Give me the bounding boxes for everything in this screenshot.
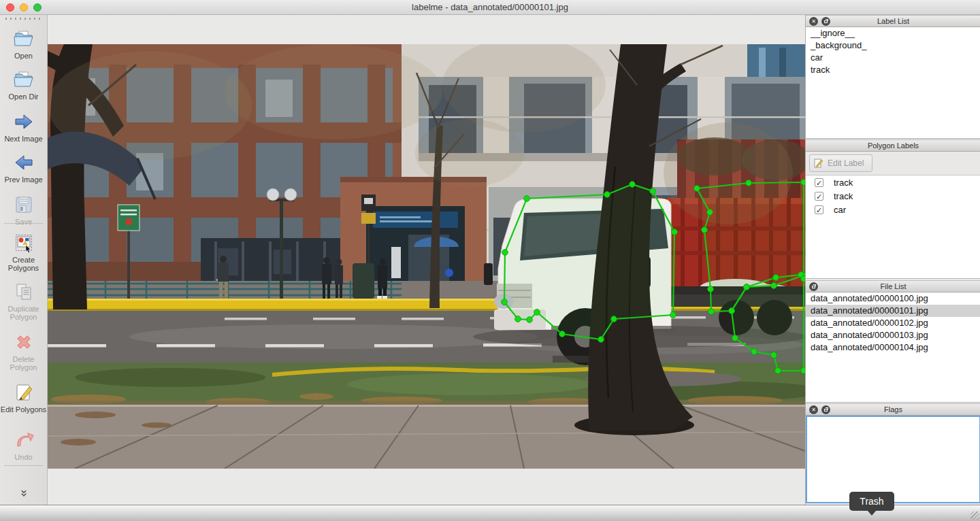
resize-grip[interactable] bbox=[970, 511, 979, 520]
open-dir-label: Open Dir bbox=[0, 93, 47, 101]
checkbox-checked-icon[interactable]: ✓ bbox=[815, 192, 823, 201]
trash-tooltip: Trash bbox=[849, 492, 894, 511]
duplicate-polygon-button[interactable]: Duplicate Polygon bbox=[0, 280, 47, 321]
foreground-sidewalk bbox=[48, 405, 805, 469]
labelme-window: labelme - data_annotated/00000101.jpg Op… bbox=[0, 0, 980, 521]
open-dir-folder-icon bbox=[12, 68, 35, 91]
delete-polygon-button[interactable]: Delete Polygon bbox=[0, 331, 47, 371]
undo-label: Undo bbox=[0, 453, 47, 461]
toolbar-overflow-button[interactable] bbox=[0, 487, 47, 503]
trash-bin bbox=[353, 263, 374, 299]
file-list: data_annotated/00000100.jpg data_annotat… bbox=[806, 292, 980, 403]
float-icon[interactable] bbox=[821, 405, 830, 414]
open-dir-button[interactable]: Open Dir bbox=[0, 68, 47, 101]
list-item[interactable]: __ignore__ bbox=[806, 27, 980, 39]
file-item[interactable]: data_annotated/00000103.jpg bbox=[806, 329, 980, 341]
file-item[interactable]: data_annotated/00000100.jpg bbox=[806, 292, 980, 305]
checkbox-checked-icon[interactable]: ✓ bbox=[815, 205, 823, 214]
minimize-window-button[interactable] bbox=[20, 3, 28, 12]
open-button[interactable]: Open bbox=[0, 27, 47, 60]
edit-pencil-icon bbox=[814, 158, 823, 168]
polygon-label: track bbox=[834, 191, 853, 201]
undo-button[interactable]: Undo bbox=[0, 428, 47, 461]
polygon-row[interactable]: ✓ track bbox=[806, 189, 980, 203]
annotated-image[interactable]: 21 POINT bbox=[48, 44, 805, 469]
delete-cross-icon bbox=[12, 331, 35, 354]
polygon-labels-title: Polygon Labels bbox=[868, 141, 919, 150]
toolbar-drag-handle[interactable] bbox=[5, 18, 42, 20]
save-button[interactable]: Save bbox=[0, 193, 47, 226]
list-item[interactable]: car bbox=[806, 52, 980, 64]
traffic-lights bbox=[6, 3, 42, 12]
float-icon[interactable] bbox=[809, 282, 818, 291]
label-list-panel: ✕ Label List __ignore__ _background_ car… bbox=[806, 15, 980, 139]
prev-image-button[interactable]: Prev Image bbox=[0, 151, 47, 184]
titlebar: labelme - data_annotated/00000101.jpg bbox=[0, 0, 980, 15]
arrow-left-icon bbox=[12, 151, 35, 174]
duplicate-polygon-label: Duplicate Polygon bbox=[0, 305, 47, 321]
close-icon[interactable]: ✕ bbox=[809, 17, 818, 26]
label-list: __ignore__ _background_ car track bbox=[806, 27, 980, 139]
edit-label-button[interactable]: Edit Label bbox=[809, 154, 872, 172]
file-list-panel: File List data_annotated/00000100.jpg da… bbox=[806, 280, 980, 403]
floppy-disk-icon bbox=[12, 193, 35, 216]
edit-polygons-button[interactable]: Edit Polygons bbox=[0, 381, 47, 414]
open-label: Open bbox=[0, 52, 47, 60]
delete-polygon-label: Delete Polygon bbox=[0, 355, 47, 371]
zoom-window-button[interactable] bbox=[33, 3, 42, 12]
polygon-label: car bbox=[834, 205, 846, 215]
file-item-selected[interactable]: data_annotated/00000101.jpg bbox=[806, 305, 980, 317]
duplicate-icon bbox=[12, 280, 35, 303]
open-folder-icon bbox=[12, 27, 35, 50]
trash-tooltip-label: Trash bbox=[860, 496, 883, 507]
dock-panels: ✕ Label List __ignore__ _background_ car… bbox=[805, 15, 980, 505]
polygon-row[interactable]: ✓ car bbox=[806, 203, 980, 216]
grass-median bbox=[48, 363, 805, 406]
edit-pencil-icon bbox=[12, 381, 35, 404]
label-list-title: Label List bbox=[877, 17, 909, 25]
flags-panel: ✕ Flags bbox=[806, 403, 980, 503]
arrow-right-icon bbox=[12, 110, 35, 133]
flags-list[interactable] bbox=[806, 416, 980, 503]
window-title: labelme - data_annotated/00000101.jpg bbox=[412, 2, 568, 12]
toolbar-separator bbox=[4, 465, 43, 466]
polygon-label-list: ✓ track ✓ track ✓ car bbox=[806, 175, 980, 279]
polygon-labels-titlebar[interactable]: Polygon Labels bbox=[806, 139, 980, 152]
image-canvas[interactable]: 21 POINT bbox=[48, 15, 805, 505]
create-polygons-icon bbox=[12, 231, 35, 254]
label-list-titlebar[interactable]: ✕ Label List bbox=[806, 15, 980, 27]
edit-polygons-label: Edit Polygons bbox=[0, 405, 47, 414]
next-image-button[interactable]: Next Image bbox=[0, 110, 47, 143]
flags-titlebar[interactable]: ✕ Flags bbox=[806, 403, 980, 416]
chevrons-down-icon bbox=[12, 487, 35, 502]
undo-arrow-icon bbox=[12, 428, 35, 452]
checkbox-checked-icon[interactable]: ✓ bbox=[815, 178, 823, 187]
polygon-labels-panel: Polygon Labels Edit Label ✓ track bbox=[806, 139, 980, 279]
statusbar bbox=[0, 505, 980, 521]
polygon-label: track bbox=[834, 178, 853, 188]
save-label: Save bbox=[0, 218, 47, 226]
close-icon[interactable]: ✕ bbox=[809, 405, 818, 414]
file-item[interactable]: data_annotated/00000102.jpg bbox=[806, 317, 980, 329]
annotation-polygon-track-1[interactable] bbox=[504, 184, 674, 339]
prev-image-label: Prev Image bbox=[0, 175, 47, 184]
list-item[interactable]: _background_ bbox=[806, 39, 980, 52]
close-window-button[interactable] bbox=[6, 3, 14, 12]
edit-label-text: Edit Label bbox=[828, 158, 864, 168]
list-item[interactable]: track bbox=[806, 64, 980, 76]
create-polygons-label: Create Polygons bbox=[0, 256, 47, 272]
float-icon[interactable] bbox=[821, 17, 830, 26]
toolbar-separator bbox=[4, 223, 43, 224]
next-image-label: Next Image bbox=[0, 135, 47, 143]
file-list-title: File List bbox=[881, 282, 906, 290]
create-polygons-button[interactable]: Create Polygons bbox=[0, 231, 47, 272]
polygon-row[interactable]: ✓ track bbox=[806, 175, 980, 189]
polygon-labels-toolbar: Edit Label bbox=[806, 152, 980, 175]
file-list-titlebar[interactable]: File List bbox=[806, 280, 980, 292]
flags-title: Flags bbox=[884, 405, 902, 414]
toolbar: Open Open Dir Next Image bbox=[0, 15, 48, 505]
file-item[interactable]: data_annotated/00000104.jpg bbox=[806, 341, 980, 354]
